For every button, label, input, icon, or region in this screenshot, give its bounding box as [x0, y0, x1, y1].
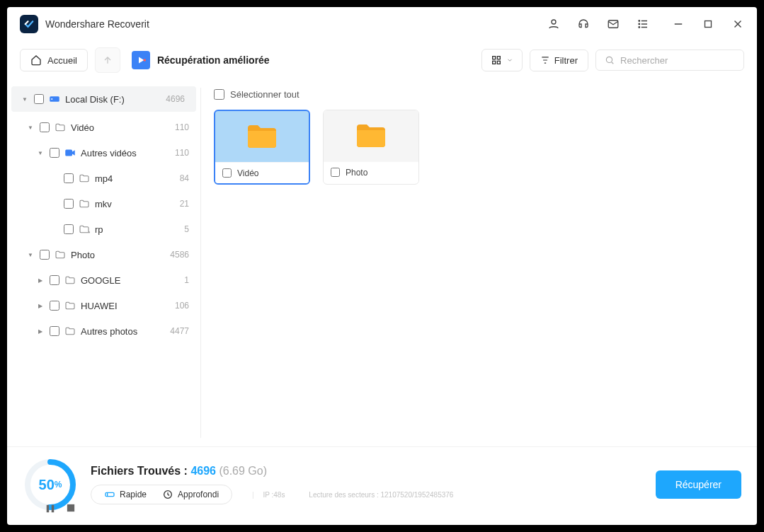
account-icon[interactable]: [547, 18, 560, 30]
select-all-checkbox[interactable]: [214, 89, 224, 100]
recover-button[interactable]: Récupérer: [656, 470, 741, 499]
stop-button[interactable]: [67, 504, 78, 514]
sectors-info: Lecture des secteurs : 12107520/19524853…: [309, 491, 453, 499]
folder-icon: [64, 299, 76, 312]
close-button[interactable]: [731, 18, 744, 30]
home-label: Accueil: [47, 55, 77, 66]
home-button[interactable]: Accueil: [20, 49, 88, 71]
view-mode-button[interactable]: [481, 49, 523, 71]
up-button[interactable]: [95, 47, 120, 73]
svg-point-0: [552, 20, 556, 24]
caret-icon[interactable]: [25, 252, 35, 258]
folder-icon: [64, 325, 76, 337]
title-bar: Wondershare Recoverit: [7, 7, 757, 41]
folder-icon: [54, 248, 67, 261]
svg-rect-26: [67, 504, 74, 511]
svg-rect-21: [65, 150, 72, 156]
node-label: Photo: [71, 250, 170, 260]
node-count: 84: [180, 173, 189, 183]
node-label: rp: [95, 224, 184, 235]
app-logo: [20, 15, 38, 33]
node-label: Vidéo: [71, 122, 175, 133]
node-checkbox[interactable]: [34, 94, 44, 104]
svg-point-6: [639, 26, 640, 28]
caret-icon[interactable]: [35, 150, 45, 156]
scan-mode-pill: Rapide Approfondi: [91, 485, 232, 504]
footer-info: | IP :48s Lecture des secteurs : 1210752…: [245, 491, 453, 499]
mode-deep[interactable]: Approfondi: [162, 489, 219, 500]
node-count: 4477: [170, 326, 189, 336]
mode-fast-label: Rapide: [120, 490, 147, 499]
support-icon[interactable]: [577, 18, 590, 30]
caret-icon[interactable]: [20, 96, 30, 103]
svg-rect-24: [47, 505, 50, 513]
tree-node-rp[interactable]: rp 5: [7, 216, 200, 242]
svg-rect-27: [106, 492, 114, 496]
node-count: 4696: [166, 94, 185, 104]
search-input[interactable]: [620, 55, 735, 66]
folder-icon: [78, 172, 91, 185]
node-checkbox[interactable]: [50, 326, 59, 336]
ip-info: IP :48s: [263, 491, 285, 499]
found-size: (6.69 Go): [219, 465, 267, 477]
caret-icon[interactable]: [35, 303, 45, 309]
folder-label: Photo: [346, 168, 367, 178]
menu-icon[interactable]: [637, 18, 649, 30]
pause-button[interactable]: [45, 504, 57, 514]
folder-card-video[interactable]: Vidéo: [214, 110, 310, 185]
select-all-label: Sélectionner tout: [230, 89, 300, 100]
tree-node-photo[interactable]: Photo 4586: [7, 242, 200, 267]
node-checkbox[interactable]: [40, 122, 50, 132]
caret-icon[interactable]: [25, 125, 35, 131]
node-label: Local Disk (F:): [65, 94, 166, 105]
tree-node-mkv[interactable]: mkv 21: [7, 191, 200, 216]
mode-fast[interactable]: Rapide: [104, 489, 147, 500]
tree-node-other-videos[interactable]: Autres vidéos 110: [7, 140, 200, 166]
filter-label: Filtrer: [554, 55, 578, 66]
svg-rect-14: [497, 57, 500, 59]
node-label: HUAWEI: [81, 301, 175, 311]
node-checkbox[interactable]: [64, 199, 74, 209]
caret-icon[interactable]: [35, 328, 45, 335]
filter-button[interactable]: Filtrer: [530, 50, 588, 71]
video-icon: [64, 146, 76, 159]
tree-node-google[interactable]: GOOGLE 1: [7, 267, 200, 293]
files-found-line: Fichiers Trouvés : 4696 (6.69 Go): [91, 465, 643, 478]
select-all-row[interactable]: Sélectionner tout: [214, 89, 744, 100]
node-label: Autres photos: [81, 326, 170, 337]
folder-icon: [78, 197, 91, 210]
tree-node-mp4[interactable]: mp4 84: [7, 166, 200, 191]
toolbar: Accueil Récupération améliorée Filtrer: [7, 41, 757, 79]
svg-rect-15: [492, 61, 495, 64]
folder-icon: [64, 274, 76, 287]
feedback-icon[interactable]: [607, 18, 620, 30]
tree-node-root[interactable]: Local Disk (F:) 4696: [11, 86, 196, 112]
node-checkbox[interactable]: [64, 224, 74, 234]
tree-node-other-photos[interactable]: Autres photos 4477: [7, 318, 200, 344]
folder-checkbox[interactable]: [222, 168, 232, 178]
node-count: 110: [175, 148, 189, 158]
caret-icon[interactable]: [35, 277, 45, 284]
folder-checkbox[interactable]: [331, 168, 340, 177]
minimize-button[interactable]: [672, 18, 685, 30]
svg-rect-16: [497, 61, 500, 64]
node-checkbox[interactable]: [50, 275, 59, 285]
disk-icon: [48, 93, 61, 105]
svg-rect-13: [492, 57, 495, 59]
node-checkbox[interactable]: [50, 301, 59, 311]
maximize-button[interactable]: [702, 18, 714, 30]
tree-node-huawei[interactable]: HUAWEI 106: [7, 293, 200, 318]
folder-card-photo[interactable]: Photo: [323, 110, 419, 185]
node-checkbox[interactable]: [50, 148, 59, 158]
main-panel: Sélectionner tout Vidéo: [201, 79, 757, 446]
search-box[interactable]: [595, 50, 744, 71]
svg-point-17: [606, 57, 612, 62]
node-count: 1: [184, 275, 189, 285]
svg-rect-9: [705, 21, 712, 27]
tree-node-video[interactable]: Vidéo 110: [7, 115, 200, 140]
node-checkbox[interactable]: [64, 173, 74, 183]
folder-thumb: [215, 111, 309, 162]
node-count: 106: [175, 301, 189, 311]
node-checkbox[interactable]: [40, 250, 50, 260]
svg-point-4: [639, 23, 640, 25]
